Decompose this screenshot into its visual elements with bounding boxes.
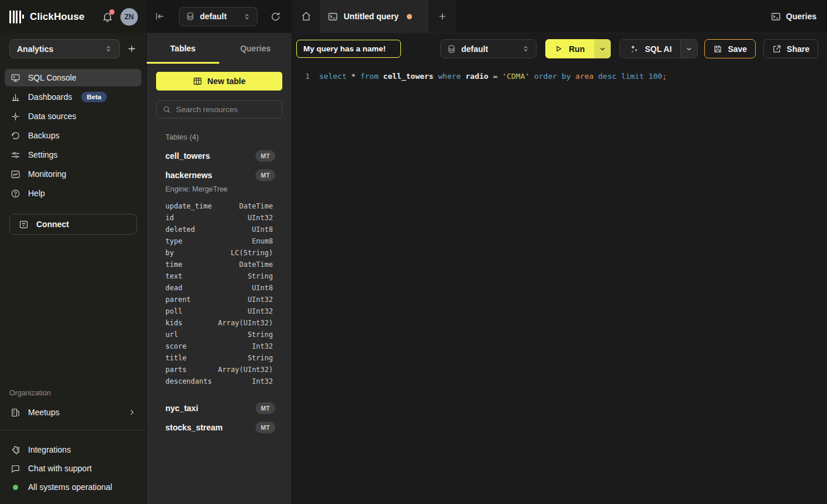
sparkles-icon [629, 44, 639, 54]
terminal-icon [328, 12, 338, 22]
column-name: title [165, 354, 186, 362]
home-button[interactable] [292, 0, 320, 33]
database-icon [186, 12, 195, 21]
engine-badge: MT [255, 402, 275, 414]
workspace-selector[interactable]: Analytics [9, 39, 120, 58]
save-button[interactable]: Save [704, 39, 756, 58]
column-name: dead [165, 284, 182, 292]
share-icon [772, 44, 781, 54]
tables-section-label: Tables (4) [165, 133, 282, 141]
new-table-label: New table [207, 77, 245, 86]
sidebar-item-label: Dashboards [28, 92, 72, 102]
service-selector[interactable]: default [179, 7, 258, 26]
column-row[interactable]: idUInt32 [156, 212, 282, 224]
column-type: String [248, 272, 273, 280]
column-row[interactable]: urlString [156, 329, 282, 340]
sql-token: order [534, 72, 557, 81]
column-row[interactable]: titleString [156, 352, 282, 364]
unsaved-changes-dot [407, 14, 412, 19]
sql-token [379, 72, 383, 81]
organization-label: Organization [0, 389, 146, 397]
tab-queries[interactable]: Queries [219, 33, 292, 64]
column-row[interactable]: textString [156, 270, 282, 282]
column-row[interactable]: deletedUInt8 [156, 224, 282, 235]
sidebar-item-settings[interactable]: Settings [5, 146, 141, 164]
avatar[interactable]: ZN [120, 8, 138, 26]
column-row[interactable]: deadUInt8 [156, 282, 282, 294]
column-row[interactable]: pollUInt32 [156, 305, 282, 317]
run-options-button[interactable] [594, 39, 611, 58]
table-row-hackernews[interactable]: hackernewsMT [156, 165, 282, 185]
sidebar-item-backups[interactable]: Backups [5, 127, 141, 144]
connect-button[interactable]: Connect [9, 214, 137, 235]
puzzle-icon [10, 444, 20, 455]
app-window: ClickHouse ZN default [0, 0, 827, 504]
column-row[interactable]: update_timeDateTime [156, 200, 282, 212]
sidebar-item-data-sources[interactable]: Data sources [5, 107, 141, 125]
search-resources-input[interactable] [176, 105, 276, 114]
sql-ai-options-button[interactable] [680, 40, 697, 58]
collapse-panel-button[interactable] [154, 11, 165, 22]
sql-token: by [562, 72, 571, 81]
new-table-button[interactable]: New table [156, 72, 282, 91]
sql-token: cell_towers [383, 72, 434, 81]
sql-editor[interactable]: 1 select * from cell_towers where radio … [292, 64, 827, 504]
query-tabstrip: Untitled query [292, 0, 456, 33]
queries-button[interactable]: Queries [760, 0, 827, 33]
run-button[interactable]: Run [545, 39, 594, 58]
history-icon [10, 130, 20, 141]
add-workspace-button[interactable] [127, 44, 137, 54]
workspace-selector-value: Analytics [17, 44, 53, 54]
sidebar-item-monitoring[interactable]: Monitoring [5, 165, 141, 183]
sql-token: select [319, 72, 347, 81]
table-row-stocks_stream[interactable]: stocks_streamMT [156, 418, 282, 437]
column-type: Array(UInt32) [218, 366, 273, 374]
column-row[interactable]: descendantsInt32 [156, 376, 282, 387]
header-left: ClickHouse ZN [0, 0, 146, 33]
column-row[interactable]: kidsArray(UInt32) [156, 317, 282, 329]
table-engine: Engine: MergeTree [156, 185, 282, 193]
column-type: LC(String) [231, 249, 273, 257]
database-selector[interactable]: default [440, 39, 537, 58]
table-row-nyc_taxi[interactable]: nyc_taxiMT [156, 398, 282, 418]
column-name: id [165, 214, 174, 222]
table-row-cell_towers[interactable]: cell_towersMT [156, 146, 282, 165]
sql-token: desc [598, 72, 617, 81]
column-row[interactable]: byLC(String) [156, 247, 282, 259]
column-row[interactable]: parentUInt32 [156, 294, 282, 305]
play-icon [554, 44, 563, 53]
sidebar-item-integrations[interactable]: Integrations [5, 441, 141, 458]
column-type: UInt8 [252, 284, 273, 292]
sidebar-item-sql-console[interactable]: SQL Console [5, 69, 141, 86]
column-row[interactable]: partsArray(UInt32) [156, 364, 282, 376]
sidebar-item-label: Help [28, 189, 45, 198]
query-name-input[interactable] [296, 40, 401, 58]
header-mid: default [146, 0, 292, 33]
sql-token [644, 72, 649, 81]
sidebar-item-label: Backups [28, 131, 60, 140]
sql-ai-button[interactable]: SQL AI [620, 40, 680, 58]
sql-token: 100 [649, 72, 662, 81]
search-resources-box[interactable] [156, 100, 282, 119]
sql-token: * [351, 72, 356, 81]
sidebar-item-system-status[interactable]: All systems operational [5, 478, 141, 496]
share-button[interactable]: Share [763, 39, 818, 58]
sidebar-item-meetups[interactable]: Meetups [5, 403, 141, 422]
sql-token: where [438, 72, 461, 81]
sidebar-item-dashboards[interactable]: DashboardsBeta [5, 88, 141, 106]
sidebar-item-chat-support[interactable]: Chat with support [5, 460, 141, 477]
tab-untitled-query[interactable]: Untitled query [320, 0, 428, 33]
column-name: type [165, 237, 182, 245]
notifications-button[interactable] [102, 11, 113, 23]
refresh-button[interactable] [271, 12, 281, 22]
sidebar-item-help[interactable]: Help [5, 185, 141, 202]
column-row[interactable]: timeDateTime [156, 259, 282, 270]
column-row[interactable]: typeEnum8 [156, 235, 282, 247]
new-tab-button[interactable] [428, 0, 456, 33]
table-grid-icon [193, 77, 202, 86]
query-toolbar: default Run [292, 33, 827, 64]
tab-tables[interactable]: Tables [147, 33, 219, 64]
column-row[interactable]: scoreInt32 [156, 340, 282, 352]
column-type: UInt32 [248, 214, 273, 222]
sql-token: 'CDMA' [502, 72, 530, 81]
